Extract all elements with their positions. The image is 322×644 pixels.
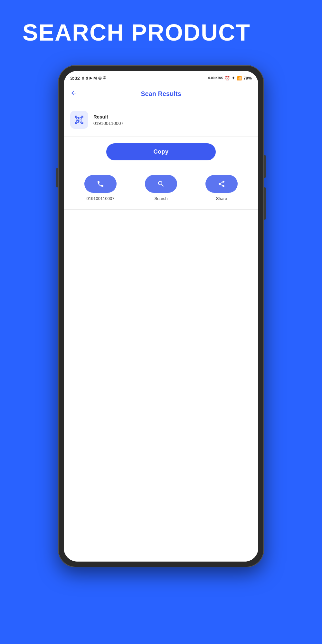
result-text-wrap: Result 019100110007 [93, 114, 123, 126]
copy-button[interactable]: Copy [106, 143, 216, 160]
call-button[interactable] [84, 175, 117, 193]
app-icon-d1: d [82, 76, 84, 80]
network-speed: 0.00 KB/S [208, 76, 223, 80]
result-section: Result 019100110007 [64, 103, 258, 137]
status-bar-left: 3:02 d d ▶ M ◎ ⑦ [70, 75, 106, 81]
status-time: 3:02 [70, 75, 80, 81]
share-action[interactable]: Share [205, 175, 238, 202]
status-bar-right: 0.00 KB/S ⏰ ✦ 📶 79% [208, 76, 252, 80]
insta-icon: ◎ [98, 76, 101, 80]
play-icon: ▶ [90, 76, 92, 80]
search-button[interactable] [145, 175, 177, 193]
battery-text: 79% [243, 76, 252, 80]
content-area: Result 019100110007 Copy [64, 103, 258, 562]
back-button[interactable] [70, 90, 77, 99]
power-button [264, 155, 266, 178]
result-value: 019100110007 [93, 121, 123, 126]
alarm-icon: ⏰ [225, 76, 230, 80]
result-label: Result [93, 114, 123, 119]
circle-num-icon: ⑦ [103, 76, 106, 80]
bluetooth-icon: ✦ [232, 76, 235, 80]
side-button-left [56, 168, 58, 187]
phone-frame: 3:02 d d ▶ M ◎ ⑦ 0.00 KB/S ⏰ ✦ [58, 65, 264, 567]
call-action[interactable]: 019100110007 [84, 175, 117, 202]
page-background: SEARCH PRODUCT 3:02 d d ▶ M ◎ [0, 0, 322, 567]
volume-button [264, 187, 266, 220]
scan-icon [74, 115, 84, 125]
share-icon [218, 180, 225, 188]
phone-icon [97, 180, 104, 188]
status-icons: d d ▶ M ◎ ⑦ [82, 76, 106, 80]
signal-icon: 📶 [237, 76, 242, 80]
share-button[interactable] [205, 175, 238, 193]
app-bar: Scan Results [64, 85, 258, 103]
copy-section: Copy [64, 137, 258, 167]
status-bar: 3:02 d d ▶ M ◎ ⑦ 0.00 KB/S ⏰ ✦ [64, 71, 258, 85]
app-icon-d2: d [86, 76, 88, 80]
call-label: 019100110007 [87, 196, 115, 202]
search-icon [157, 180, 165, 188]
share-label: Share [216, 196, 227, 202]
app-bar-title: Scan Results [141, 90, 181, 98]
mail-icon: M [93, 76, 97, 80]
page-title: SEARCH PRODUCT [0, 0, 322, 59]
search-label: Search [154, 196, 167, 202]
phone-screen: 3:02 d d ▶ M ◎ ⑦ 0.00 KB/S ⏰ ✦ [64, 71, 258, 562]
scan-icon-wrap [70, 111, 88, 129]
phone-container: 3:02 d d ▶ M ◎ ⑦ 0.00 KB/S ⏰ ✦ [0, 59, 322, 567]
actions-section: 019100110007 Search [64, 167, 258, 210]
search-action[interactable]: Search [145, 175, 177, 202]
